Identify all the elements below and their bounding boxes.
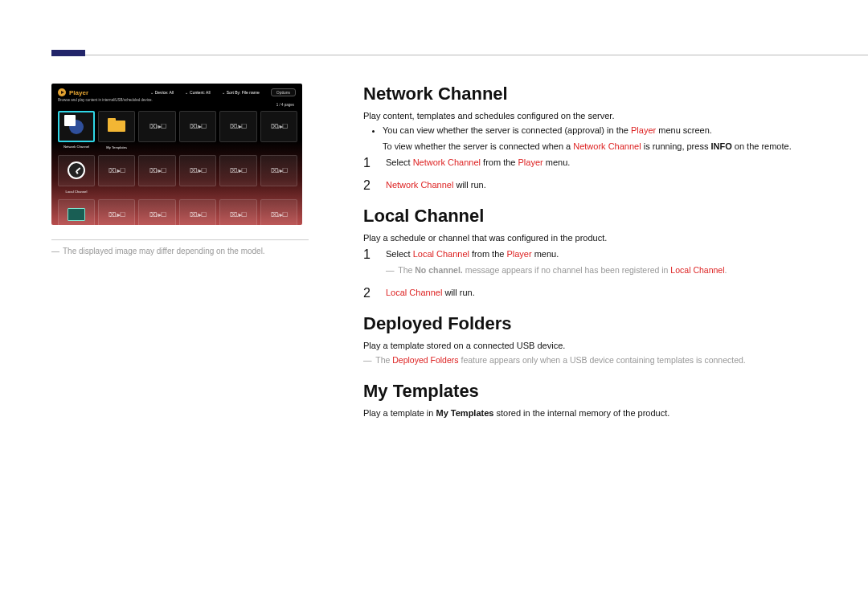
desc-deployed-folders: Play a template stored on a connected US… xyxy=(363,341,820,350)
media-icon: ⌧♪▸☐ xyxy=(190,211,206,219)
tile-label: Network Channel xyxy=(59,145,93,149)
globe-icon xyxy=(69,120,84,134)
image-caption: The displayed image may differ depending… xyxy=(51,247,309,255)
step-1: Select Network Channel from the Player m… xyxy=(363,157,820,167)
media-icon: ⌧♪▸☐ xyxy=(230,167,246,174)
step-1: Select Local Channel from the Player men… xyxy=(363,249,820,275)
tile-label: Local Channel xyxy=(59,190,94,194)
tile-generic: ⌧♪▸☐ xyxy=(179,111,216,142)
tile-generic: ⌧♪▸☐ xyxy=(138,199,175,225)
desc-network-channel: Play content, templates and schedules co… xyxy=(363,111,820,121)
deployed-icon xyxy=(68,208,85,221)
tile-generic: ⌧♪▸☐ xyxy=(260,199,297,225)
section-local-channel: Local Channel Play a schedule or channel… xyxy=(363,206,820,297)
sort-filter: Sort By: File name xyxy=(222,90,260,95)
media-icon: ⌧♪▸☐ xyxy=(271,123,287,130)
tile-label: My Templates xyxy=(99,145,134,149)
tile-generic: ⌧♪▸☐ xyxy=(179,199,216,225)
steps-list: Select Local Channel from the Player men… xyxy=(363,249,820,297)
media-icon: ⌧♪▸☐ xyxy=(108,211,125,219)
tile-generic: ⌧♪▸☐ xyxy=(98,155,135,186)
desc-my-templates: Play a template in My Templates stored i… xyxy=(363,408,820,418)
filter-bar: Device: All Content: All Sort By: File n… xyxy=(150,88,296,96)
tile-local-channel: Local Channel xyxy=(58,155,95,186)
player-title: Player xyxy=(69,89,88,96)
options-button: Options xyxy=(271,88,296,96)
heading-deployed-folders: Deployed Folders xyxy=(363,313,820,334)
section-my-templates: My Templates Play a template in My Templ… xyxy=(363,381,820,418)
tile-generic: ⌧♪▸☐ xyxy=(138,111,175,142)
left-column: Player Device: All Content: All Sort By:… xyxy=(51,84,309,255)
tile-generic: ⌧♪▸☐ xyxy=(179,155,216,186)
tile-generic: ⌧♪▸☐ xyxy=(219,199,256,225)
player-screenshot: Player Device: All Content: All Sort By:… xyxy=(51,84,302,225)
device-filter: Device: All xyxy=(150,90,174,95)
right-column: Network Channel Play content, templates … xyxy=(363,84,820,434)
bullet-list: You can view whether the server is conne… xyxy=(363,125,820,135)
play-icon xyxy=(58,88,66,96)
clock-icon xyxy=(68,161,85,179)
step-note: The No channel. message appears if no ch… xyxy=(386,265,820,275)
heading-local-channel: Local Channel xyxy=(363,206,820,227)
bullet-item: You can view whether the server is conne… xyxy=(383,125,820,135)
tile-grid: Network Channel My Templates ⌧♪▸☐ ⌧♪▸☐ ⌧… xyxy=(58,111,296,225)
media-icon: ⌧♪▸☐ xyxy=(230,211,246,219)
media-icon: ⌧♪▸☐ xyxy=(149,123,166,130)
bullet-subtext: To view whether the server is connected … xyxy=(363,141,820,151)
tile-generic: ⌧♪▸☐ xyxy=(98,199,135,225)
header-accent-bar xyxy=(51,50,85,56)
player-subtitle: Browse and play content in internal/USB/… xyxy=(51,98,302,102)
media-icon: ⌧♪▸☐ xyxy=(108,167,125,174)
media-icon: ⌧♪▸☐ xyxy=(271,211,287,219)
media-icon: ⌧♪▸☐ xyxy=(149,167,166,174)
tile-generic: ⌧♪▸☐ xyxy=(219,111,256,142)
steps-list: Select Network Channel from the Player m… xyxy=(363,157,820,190)
tile-generic: ⌧♪▸☐ xyxy=(260,155,297,186)
note-deployed-folders: The Deployed Folders feature appears onl… xyxy=(363,355,820,365)
tile-my-templates: My Templates xyxy=(98,111,135,142)
media-icon: ⌧♪▸☐ xyxy=(230,123,246,130)
media-icon: ⌧♪▸☐ xyxy=(190,167,206,174)
step-2: Local Channel will run. xyxy=(363,288,820,297)
tile-network-channel: Network Channel xyxy=(58,111,95,142)
media-icon: ⌧♪▸☐ xyxy=(149,211,166,219)
content-filter: Content: All xyxy=(185,90,211,95)
tile-generic: ⌧♪▸☐ xyxy=(260,111,297,142)
media-icon: ⌧♪▸☐ xyxy=(271,167,287,174)
tile-generic: ⌧♪▸☐ xyxy=(138,155,175,186)
media-icon: ⌧♪▸☐ xyxy=(190,123,206,130)
heading-my-templates: My Templates xyxy=(363,381,820,402)
header-divider xyxy=(51,55,868,55)
caption-divider: The displayed image may differ depending… xyxy=(51,239,309,255)
desc-local-channel: Play a schedule or channel that was conf… xyxy=(363,233,820,243)
folder-icon xyxy=(108,121,125,132)
page-indicator: 1 / 4 pages xyxy=(276,103,294,107)
section-deployed-folders: Deployed Folders Play a template stored … xyxy=(363,313,820,365)
heading-network-channel: Network Channel xyxy=(363,84,820,104)
section-network-channel: Network Channel Play content, templates … xyxy=(363,84,820,190)
tile-deployed-folders: Deployed folders xyxy=(58,199,95,225)
step-2: Network Channel will run. xyxy=(363,180,820,190)
tile-generic: ⌧♪▸☐ xyxy=(219,155,256,186)
